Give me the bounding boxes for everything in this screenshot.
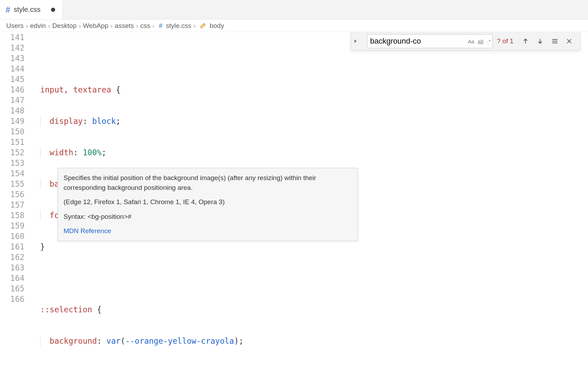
line-number: 155 [0, 179, 24, 189]
line-number: 165 [0, 283, 24, 294]
line-number: 153 [0, 158, 24, 168]
line-number-gutter: 1411421431441451461471481491501511521531… [0, 32, 31, 304]
crumb-assets[interactable]: assets [115, 22, 134, 30]
modified-indicator-icon [51, 8, 55, 12]
chevron-right-icon: › [48, 22, 50, 30]
line-number: 162 [0, 252, 24, 262]
css-file-icon: # [159, 22, 163, 30]
line-number: 161 [0, 241, 24, 252]
tab-title: style.css [14, 6, 41, 14]
line-number: 166 [0, 294, 24, 304]
line-number: 160 [0, 231, 24, 241]
line-number: 158 [0, 210, 24, 221]
hover-tooltip: Specifies the initial position of the ba… [58, 168, 358, 241]
chevron-right-icon: › [152, 22, 154, 30]
tab-bar: # style.css [0, 0, 588, 20]
line-number: 146 [0, 84, 24, 95]
line-number: 151 [0, 137, 24, 147]
hover-compat: (Edge 12, Firefox 1, Safari 1, Chrome 1,… [64, 197, 352, 207]
line-number: 157 [0, 200, 24, 210]
code-line: ::selection { [40, 304, 588, 315]
code-line: background: var(--orange-yellow-crayola)… [40, 336, 588, 346]
line-number: 164 [0, 273, 24, 283]
crumb-users[interactable]: Users [6, 22, 24, 30]
line-number: 148 [0, 105, 24, 116]
hover-description: Specifies the initial position of the ba… [64, 173, 352, 192]
line-number: 144 [0, 64, 24, 74]
line-number: 145 [0, 74, 24, 84]
code-line: } [40, 241, 588, 252]
line-number: 143 [0, 53, 24, 64]
crumb-webapp[interactable]: WebApp [83, 22, 109, 30]
chevron-right-icon: › [136, 22, 138, 30]
line-number: 141 [0, 32, 24, 43]
line-number: 152 [0, 147, 24, 158]
chevron-right-icon: › [110, 22, 112, 30]
chevron-right-icon: › [26, 22, 28, 30]
breadcrumb: Users › edvin › Desktop › WebApp › asset… [0, 20, 588, 32]
css-file-icon: # [6, 5, 10, 15]
chevron-right-icon: › [79, 22, 81, 30]
code-line: width: 100%; [40, 147, 588, 158]
tab-style-css[interactable]: # style.css [0, 0, 63, 19]
mdn-reference-link[interactable]: MDN Reference [64, 227, 111, 234]
line-number: 142 [0, 43, 24, 53]
crumb-symbol[interactable]: body [210, 22, 224, 30]
line-number: 150 [0, 126, 24, 137]
symbol-ruler-icon [200, 23, 206, 29]
line-number: 159 [0, 221, 24, 231]
hover-syntax: Syntax: <bg-position># [64, 212, 352, 222]
crumb-css[interactable]: css [140, 22, 150, 30]
crumb-desktop[interactable]: Desktop [52, 22, 77, 30]
line-number: 156 [0, 189, 24, 200]
crumb-edvin[interactable]: edvin [30, 22, 46, 30]
line-number: 149 [0, 116, 24, 126]
chevron-right-icon: › [193, 22, 196, 30]
line-number: 147 [0, 95, 24, 105]
code-line [40, 53, 588, 64]
line-number: 163 [0, 262, 24, 273]
line-number: 154 [0, 168, 24, 179]
code-line: input, textarea { [40, 84, 588, 95]
crumb-file[interactable]: style.css [166, 22, 191, 30]
code-line: display: block; [40, 116, 588, 126]
code-line [40, 273, 588, 283]
